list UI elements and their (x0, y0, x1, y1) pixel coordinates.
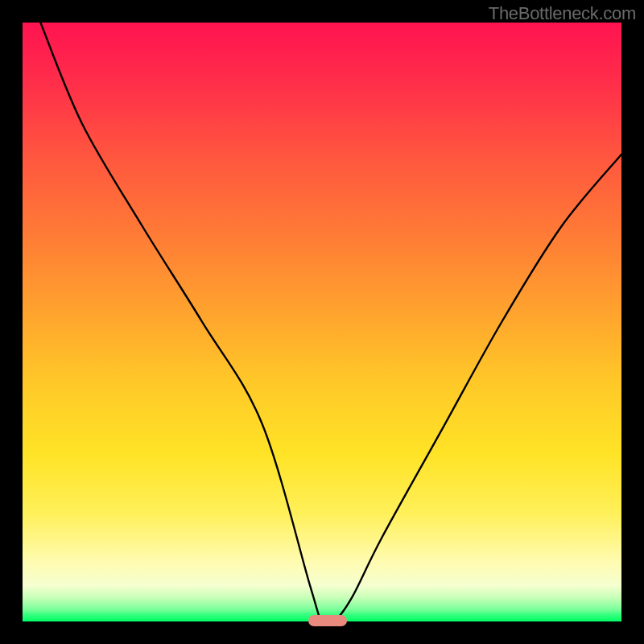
watermark-text: TheBottleneck.com (489, 3, 636, 24)
chart-frame: TheBottleneck.com (0, 0, 644, 644)
optimal-point-marker (308, 615, 347, 626)
plot-area (23, 23, 621, 621)
bottleneck-curve (23, 23, 621, 621)
